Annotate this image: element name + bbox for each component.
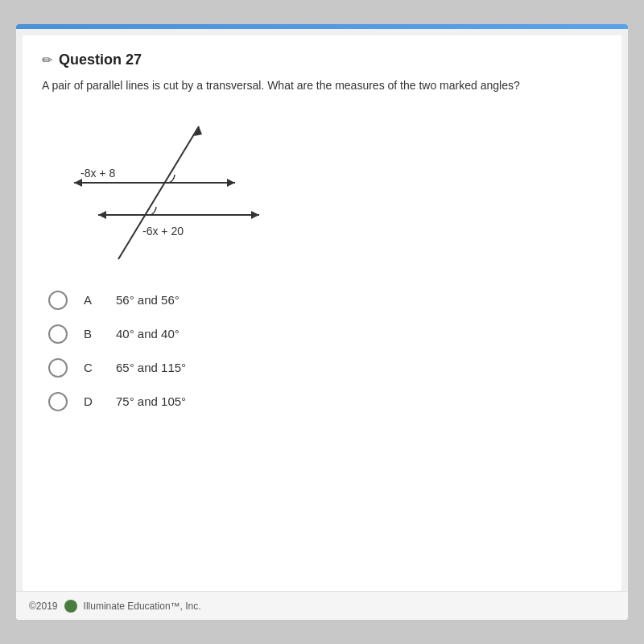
option-radio-b[interactable]	[48, 324, 68, 344]
page-container: ✏ Question 27 A pair of parallel lines i…	[16, 24, 628, 620]
option-radio-c[interactable]	[48, 358, 68, 378]
footer-copyright: ©2019	[29, 601, 58, 612]
diagram-svg: -8x + 8 -6x + 20	[50, 110, 308, 271]
illuminate-logo	[64, 600, 77, 613]
svg-marker-5	[98, 211, 106, 219]
option-row-d: D 75° and 105°	[48, 392, 602, 411]
option-letter-b: B	[84, 327, 100, 341]
option-letter-a: A	[84, 293, 100, 307]
option-row-c: C 65° and 115°	[48, 358, 602, 378]
option-radio-a[interactable]	[48, 291, 68, 310]
top-bar	[16, 24, 628, 29]
svg-text:-8x + 8: -8x + 8	[80, 167, 115, 180]
option-text-a: 56° and 56°	[116, 293, 180, 307]
footer-company: Illuminate Education™, Inc.	[84, 601, 201, 612]
question-title: Question 27	[59, 52, 142, 68]
diagram-container: -8x + 8 -6x + 20	[50, 110, 308, 271]
content-area: ✏ Question 27 A pair of parallel lines i…	[23, 35, 621, 591]
footer: ©2019 Illuminate Education™, Inc.	[16, 591, 628, 620]
svg-line-6	[118, 126, 199, 259]
option-text-c: 65° and 115°	[116, 361, 186, 374]
pencil-icon: ✏	[42, 52, 52, 68]
option-row-b: B 40° and 40°	[48, 324, 602, 344]
option-text-b: 40° and 40°	[116, 327, 180, 341]
svg-marker-1	[227, 179, 235, 187]
question-header: ✏ Question 27	[42, 52, 602, 68]
option-row-a: A 56° and 56°	[48, 291, 602, 310]
svg-marker-4	[251, 211, 259, 219]
svg-marker-2	[74, 179, 82, 187]
option-text-d: 75° and 105°	[116, 394, 186, 408]
answer-options: A 56° and 56° B 40° and 40° C 65° and 11…	[48, 291, 602, 411]
svg-text:-6x + 20: -6x + 20	[142, 225, 184, 237]
option-letter-d: D	[84, 394, 100, 408]
option-letter-c: C	[84, 361, 100, 374]
question-text: A pair of parallel lines is cut by a tra…	[42, 78, 602, 94]
option-radio-d[interactable]	[48, 392, 68, 411]
